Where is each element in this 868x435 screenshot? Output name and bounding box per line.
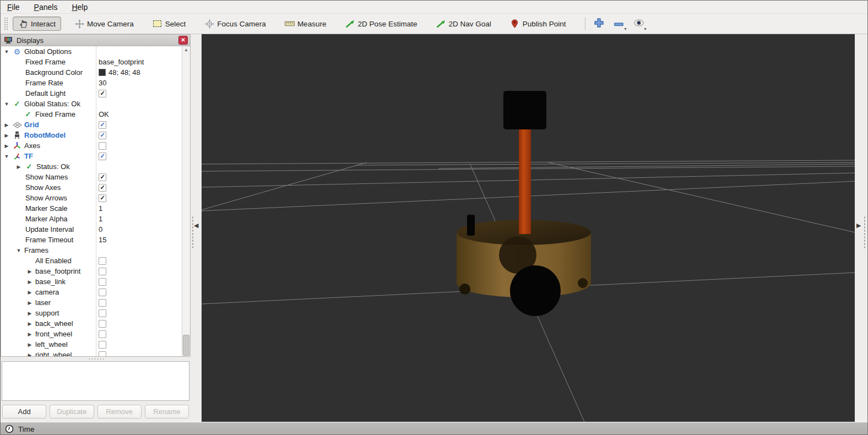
minus-button[interactable]: ▾ <box>611 17 627 31</box>
tree-row-right-wheel[interactable]: ▶right_wheel <box>1 350 182 357</box>
checkbox-laser[interactable] <box>99 299 106 307</box>
tree-row-all-enabled[interactable]: All Enabled <box>1 255 182 266</box>
tree-row-robotmodel[interactable]: ▶RobotModel✓ <box>1 130 182 140</box>
tree-row-base-footprint[interactable]: ▶base_footprint <box>1 266 182 276</box>
tree-row-marker-scale[interactable]: Marker Scale1 <box>1 203 182 214</box>
tree-row-global-status-ok[interactable]: ▼✓Global Status: Ok <box>1 99 182 109</box>
checkbox-robotmodel[interactable]: ✓ <box>99 132 106 139</box>
value-text[interactable]: 30 <box>99 79 106 87</box>
expand-closed-icon[interactable]: ▶ <box>3 122 10 128</box>
eye-button[interactable]: ▾ <box>631 17 647 31</box>
checkbox-front-wheel[interactable] <box>99 330 106 338</box>
displays-panel-header[interactable]: Displays ✕ <box>1 34 191 46</box>
toolbar-drag-handle[interactable] <box>4 17 8 30</box>
expand-closed-icon[interactable]: ▶ <box>26 311 33 316</box>
scrollbar-thumb[interactable] <box>183 335 189 356</box>
tool-interact[interactable]: Interact <box>13 17 61 31</box>
tree-row-marker-alpha[interactable]: Marker Alpha1 <box>1 214 182 224</box>
scroll-up-icon[interactable]: ▲ <box>184 46 188 54</box>
tree-scrollbar[interactable]: ▲ ▼ <box>182 46 190 356</box>
close-icon[interactable]: ✕ <box>178 36 188 45</box>
tree-row-background-color[interactable]: Background Color48; 48; 48 <box>1 67 182 78</box>
right-viewport-splitter[interactable]: ▶ <box>855 34 867 422</box>
tree-row-base-link[interactable]: ▶base_link <box>1 276 182 287</box>
time-panel[interactable]: Time <box>1 422 867 435</box>
expand-open-icon[interactable]: ▼ <box>15 248 22 253</box>
value-text[interactable]: 0 <box>99 225 102 233</box>
panel-horizontal-splitter[interactable] <box>1 357 191 361</box>
checkbox-right-wheel[interactable] <box>99 351 106 357</box>
tree-row-laser[interactable]: ▶laser <box>1 297 182 308</box>
tree-row-default-light[interactable]: Default Light✓ <box>1 88 182 99</box>
tool-move-camera[interactable]: Move Camera <box>69 17 139 31</box>
expand-open-icon[interactable]: ▼ <box>3 101 10 107</box>
tree-row-status-ok[interactable]: ▶✓Status: Ok <box>1 161 182 172</box>
value-text[interactable]: 1 <box>99 204 102 213</box>
expand-closed-icon[interactable]: ▶ <box>3 143 10 149</box>
tree-row-frame-timeout[interactable]: Frame Timeout15 <box>1 235 182 245</box>
tool-2d-pose-estimate[interactable]: 2D Pose Estimate <box>339 17 422 31</box>
tree-row-left-wheel[interactable]: ▶left_wheel <box>1 339 182 350</box>
expand-closed-icon[interactable]: ▶ <box>26 300 33 306</box>
tree-row-fixed-frame[interactable]: Fixed Framebase_footprint <box>1 57 182 67</box>
checkbox-left-wheel[interactable] <box>99 341 106 349</box>
tool-measure[interactable]: Measure <box>279 17 332 31</box>
checkbox-back-wheel[interactable] <box>99 320 106 328</box>
checkbox-show-names[interactable]: ✓ <box>99 173 106 181</box>
tree-row-support[interactable]: ▶support <box>1 308 182 318</box>
tree-row-camera[interactable]: ▶camera <box>1 287 182 297</box>
dropdown-caret-icon[interactable]: ▾ <box>625 26 627 31</box>
expand-closed-icon[interactable]: ▶ <box>26 352 33 357</box>
tree-row-tf[interactable]: ▼TF✓ <box>1 151 182 161</box>
checkbox-base-link[interactable] <box>99 278 106 286</box>
menu-item-panels[interactable]: Panels <box>34 3 58 12</box>
scrollbar-track[interactable] <box>182 54 190 349</box>
tree-row-global-options[interactable]: ▼⚙Global Options <box>1 46 182 57</box>
expand-closed-icon[interactable]: ▶ <box>26 269 33 274</box>
tree-row-update-interval[interactable]: Update Interval0 <box>1 224 182 235</box>
menu-item-help[interactable]: Help <box>72 3 88 12</box>
tree-row-show-axes[interactable]: Show Axes✓ <box>1 182 182 193</box>
expand-closed-icon[interactable]: ▶ <box>15 164 22 170</box>
checkbox-default-light[interactable]: ✓ <box>99 90 106 97</box>
expand-open-icon[interactable]: ▼ <box>3 154 10 159</box>
checkbox-show-axes[interactable]: ✓ <box>99 184 106 192</box>
checkbox-base-footprint[interactable] <box>99 268 106 275</box>
tree-row-show-arrows[interactable]: Show Arrows✓ <box>1 193 182 203</box>
expand-closed-icon[interactable]: ▶ <box>3 133 10 138</box>
value-text[interactable]: 15 <box>99 236 106 244</box>
tree-row-front-wheel[interactable]: ▶front_wheel <box>1 329 182 339</box>
tool-publish-point[interactable]: Publish Point <box>504 17 572 31</box>
add-button[interactable]: Add <box>2 405 46 418</box>
value-text[interactable]: base_footprint <box>99 58 144 66</box>
collapse-left-icon[interactable]: ◀ <box>194 222 198 229</box>
checkbox-grid[interactable]: ✓ <box>99 121 106 129</box>
expand-closed-icon[interactable]: ▶ <box>26 321 33 327</box>
tool-select[interactable]: Select <box>147 17 192 31</box>
plus-button[interactable] <box>591 17 607 31</box>
expand-closed-icon[interactable]: ▶ <box>26 342 33 347</box>
tree-row-back-wheel[interactable]: ▶back_wheel <box>1 318 182 329</box>
tree-row-fixed-frame[interactable]: ✓Fixed FrameOK <box>1 109 182 119</box>
checkbox-tf[interactable]: ✓ <box>99 153 106 160</box>
checkbox-axes[interactable] <box>99 142 106 150</box>
checkbox-show-arrows[interactable]: ✓ <box>99 194 106 202</box>
checkbox-all-enabled[interactable] <box>99 257 106 265</box>
left-viewport-splitter[interactable]: ◀ <box>191 34 202 422</box>
tree-row-axes[interactable]: ▶Axes <box>1 140 182 151</box>
3d-viewport[interactable] <box>202 34 855 422</box>
color-swatch[interactable] <box>99 69 106 76</box>
expand-closed-icon[interactable]: ▶ <box>26 331 33 337</box>
tree-row-frame-rate[interactable]: Frame Rate30 <box>1 78 182 88</box>
checkbox-support[interactable] <box>99 309 106 317</box>
tree-row-grid[interactable]: ▶Grid✓ <box>1 119 182 130</box>
value-text[interactable]: 1 <box>99 215 102 223</box>
tool-focus-camera[interactable]: Focus Camera <box>199 17 272 31</box>
checkbox-camera[interactable] <box>99 289 106 296</box>
collapse-right-icon[interactable]: ▶ <box>856 222 861 229</box>
value-text[interactable]: OK <box>99 110 109 118</box>
expand-open-icon[interactable]: ▼ <box>3 49 10 55</box>
tool-2d-nav-goal[interactable]: 2D Nav Goal <box>430 17 496 31</box>
dropdown-caret-icon[interactable]: ▾ <box>644 26 647 31</box>
expand-closed-icon[interactable]: ▶ <box>26 290 33 295</box>
